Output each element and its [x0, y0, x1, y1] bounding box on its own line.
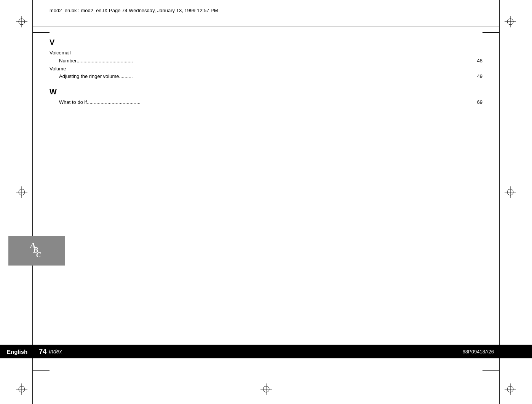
top-right-hline — [482, 32, 500, 33]
entry-ringer-label: Adjusting the ringer volume — [59, 73, 119, 81]
bottom-right-hline — [482, 370, 500, 371]
section-w: W What to do if... .....................… — [50, 87, 482, 107]
entry-ringer-page: 49 — [477, 73, 482, 81]
reg-mark-bottom-left — [16, 383, 27, 396]
reg-mark-right-middle — [505, 186, 516, 199]
top-left-hline — [32, 32, 50, 33]
entry-number-page: 48 — [477, 57, 482, 65]
reg-mark-top-right — [505, 16, 516, 29]
entry-ringer-volume: Adjusting the ringer volume .......... 4… — [50, 73, 482, 81]
footer-page-number: 74 — [39, 348, 46, 356]
abc-logo: A B C — [27, 240, 46, 261]
footer-page-info: 74 Index — [39, 348, 62, 356]
entry-voicemail: Voicemail — [50, 49, 482, 57]
entry-ringer-dots: .......... — [119, 73, 476, 81]
abc-letter-c: C — [36, 251, 41, 259]
entry-number-label: Number — [59, 57, 77, 65]
reg-mark-left-middle — [16, 186, 27, 199]
reg-mark-bottom-right — [505, 383, 516, 396]
entry-what-dots: .................................... — [91, 99, 476, 107]
footer-page-label: Index — [49, 348, 62, 355]
footer-bar: English 74 Index 68P09418A26 — [0, 345, 532, 358]
footer-language: English — [0, 345, 34, 358]
section-letter-w: W — [50, 87, 482, 96]
header-text: mod2_en.bk : mod2_en.IX Page 74 Wednesda… — [50, 8, 218, 13]
reg-mark-top-left — [16, 16, 27, 29]
border-right — [499, 0, 500, 404]
header-line — [32, 27, 500, 27]
bottom-left-hline — [32, 370, 50, 371]
entry-what-to-do: What to do if... .......................… — [50, 99, 482, 107]
footer-catalog: 68P09418A26 — [463, 349, 494, 355]
section-v: V Voicemail Number .....................… — [50, 38, 482, 81]
reg-mark-bottom-center — [260, 383, 272, 396]
entry-number-dots: ........................................… — [77, 57, 475, 65]
abc-logo-box: A B C — [8, 236, 65, 266]
entry-what-label: What to do if... — [59, 99, 91, 107]
entry-what-page: 69 — [477, 99, 482, 107]
border-left — [32, 0, 33, 404]
section-letter-v: V — [50, 38, 482, 47]
main-content: V Voicemail Number .....................… — [50, 38, 482, 109]
entry-number: Number .................................… — [50, 57, 482, 65]
entry-volume: Volume — [50, 65, 482, 73]
